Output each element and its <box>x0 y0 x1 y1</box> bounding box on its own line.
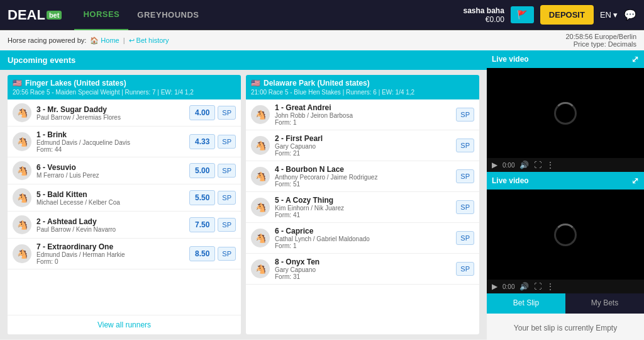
chat-icon[interactable]: 💬 <box>624 9 636 21</box>
runner-info: 5 - Bald Kitten Michael Lecesse / Kelber… <box>36 190 189 206</box>
fullscreen-button-2[interactable]: ⛶ <box>534 282 541 291</box>
live-video-title-2: Live video <box>492 176 529 185</box>
video-controls-1: ▶ 0:00 🔊 ⛶ ⋮ <box>487 158 644 172</box>
user-name: sasha baha <box>463 6 504 15</box>
sp-button[interactable]: SP <box>218 218 236 232</box>
sp-button[interactable]: SP <box>218 135 236 149</box>
events-container: 🇺🇸 Finger Lakes (United states) 20:56 Ra… <box>0 70 487 339</box>
runner-info: 2 - Ashtead Lady Paul Barrow / Kevin Nav… <box>36 217 189 233</box>
video-time-2: 0:00 <box>502 283 514 290</box>
odds-button[interactable]: 7.50 <box>189 217 215 232</box>
sp-button[interactable]: SP <box>456 108 474 122</box>
runner-jockey: Michael Lecesse / Kelber Coa <box>36 199 189 206</box>
volume-button-2[interactable]: 🔊 <box>519 282 529 291</box>
separator: | <box>123 37 125 44</box>
logo-bet: bet <box>47 11 62 20</box>
flag-button[interactable]: 🚩 <box>511 6 534 23</box>
odds-button[interactable]: 8.50 <box>189 246 215 261</box>
view-all-link[interactable]: View all runners <box>97 320 151 329</box>
bet-slip-section: Bet Slip My Bets Your bet slip is curren… <box>487 293 644 340</box>
horse-icon: 🐴 <box>13 188 31 207</box>
runner-row: 🐴 5 - Bald Kitten Michael Lecesse / Kelb… <box>8 184 241 212</box>
odds-button[interactable]: 4.33 <box>189 134 215 149</box>
sp-button[interactable]: SP <box>456 262 474 276</box>
odds-button[interactable]: 5.00 <box>189 163 215 178</box>
runner-row: 🐴 7 - Extraordinary One Edmund Davis / H… <box>8 239 241 269</box>
video-player-1 <box>487 68 644 158</box>
runner-row: 🐴 1 - Great Andrei John Robb / Jeiron Ba… <box>246 99 479 130</box>
runner-row: 🐴 2 - Ashtead Lady Paul Barrow / Kevin N… <box>8 212 241 239</box>
upcoming-events-title: Upcoming events <box>0 50 487 70</box>
runner-jockey: Edmund Davis / Jacqueline Davis <box>36 139 189 146</box>
runner-odds: 4.00 SP <box>189 105 236 120</box>
runner-odds: SP <box>456 231 474 245</box>
live-video-header-2: Live video ⤢ <box>487 172 644 190</box>
race-title-finger-lakes: 🇺🇸 Finger Lakes (United states) <box>13 79 236 88</box>
horse-icon: 🐴 <box>251 105 270 124</box>
runner-form: Form: 1 <box>275 242 456 249</box>
race-section-delaware: 🇺🇸 Delaware Park (United states) 21:00 R… <box>246 75 479 334</box>
sp-button[interactable]: SP <box>218 247 236 261</box>
sp-button[interactable]: SP <box>218 164 236 178</box>
more-button-1[interactable]: ⋮ <box>547 161 554 169</box>
more-button-2[interactable]: ⋮ <box>547 282 554 291</box>
odds-button[interactable]: 5.50 <box>189 190 215 205</box>
runner-odds: 4.33 SP <box>189 134 236 149</box>
odds-button[interactable]: 4.00 <box>189 105 215 120</box>
expand-icon-1[interactable]: ⤢ <box>631 54 639 64</box>
horse-icon: 🐴 <box>13 132 31 151</box>
runner-odds: 5.00 SP <box>189 163 236 178</box>
live-video-section-1: Live video ⤢ ▶ 0:00 🔊 ⛶ ⋮ <box>487 50 644 172</box>
play-button-1[interactable]: ▶ <box>492 161 497 169</box>
sp-button[interactable]: SP <box>456 139 474 152</box>
horse-icon: 🐴 <box>251 198 270 217</box>
sp-button[interactable]: SP <box>218 191 236 205</box>
live-video-header-1: Live video ⤢ <box>487 50 644 68</box>
race-header-finger-lakes: 🇺🇸 Finger Lakes (United states) 20:56 Ra… <box>8 75 241 99</box>
runner-form: Form: 21 <box>275 150 456 157</box>
fullscreen-button-1[interactable]: ⛶ <box>534 161 541 169</box>
bet-history-link[interactable]: ↩ Bet history <box>129 37 169 45</box>
sub-header: Horse racing powered by: 🏠 Home | ↩ Bet … <box>0 30 644 50</box>
lang-selector[interactable]: EN ▾ <box>600 10 618 20</box>
runner-info: 5 - A Cozy Thing Kim Einhorn / Nik Juare… <box>275 196 456 218</box>
sp-button[interactable]: SP <box>456 231 474 245</box>
runner-info: 4 - Bourbon N Lace Anthony Pecoraro / Ja… <box>275 165 456 188</box>
runner-row: 🐴 5 - A Cozy Thing Kim Einhorn / Nik Jua… <box>246 192 479 223</box>
lang-label: EN <box>600 10 611 20</box>
volume-button-1[interactable]: 🔊 <box>519 161 529 169</box>
runner-jockey: John Robb / Jeiron Barbosa <box>275 112 456 119</box>
nav-horses[interactable]: HORSES <box>74 0 128 30</box>
nav-greyhounds[interactable]: GREYHOUNDS <box>128 0 208 30</box>
price-type: Price type: Decimals <box>565 40 636 48</box>
home-link[interactable]: 🏠 Home <box>90 37 119 45</box>
bet-slip-empty-message: Your bet slip is currently Empty <box>514 324 617 332</box>
runner-jockey: Anthony Pecoraro / Jaime Rodriguez <box>275 174 456 181</box>
runner-jockey: Gary Capuano <box>275 266 456 273</box>
sp-button[interactable]: SP <box>456 169 474 183</box>
sp-button[interactable]: SP <box>456 200 474 214</box>
race-header-delaware: 🇺🇸 Delaware Park (United states) 21:00 R… <box>246 75 479 99</box>
sp-button[interactable]: SP <box>218 106 236 120</box>
runner-name: 1 - Great Andrei <box>275 103 456 112</box>
runner-row: 🐴 1 - Brink Edmund Davis / Jacqueline Da… <box>8 127 241 157</box>
left-panel: Upcoming events 🇺🇸 Finger Lakes (United … <box>0 50 487 340</box>
play-button-2[interactable]: ▶ <box>492 282 497 291</box>
video-player-2 <box>487 190 644 280</box>
expand-icon-2[interactable]: ⤢ <box>631 176 639 186</box>
runner-name: 3 - Mr. Sugar Daddy <box>36 105 189 114</box>
deposit-button[interactable]: DEPOSIT <box>540 5 594 25</box>
runner-info: 1 - Brink Edmund Davis / Jacqueline Davi… <box>36 130 189 153</box>
runner-name: 2 - Ashtead Lady <box>36 217 189 226</box>
runner-row: 🐴 6 - Vesuvio M Ferraro / Luis Perez 5.0… <box>8 157 241 184</box>
my-bets-tab[interactable]: My Bets <box>565 293 644 314</box>
view-all-container: View all runners <box>8 315 241 334</box>
user-info: sasha baha €0.00 <box>463 6 504 24</box>
runner-jockey: Cathal Lynch / Gabriel Maldonado <box>275 235 456 242</box>
race-section-finger-lakes: 🇺🇸 Finger Lakes (United states) 20:56 Ra… <box>8 75 241 334</box>
chevron-down-icon: ▾ <box>613 10 618 20</box>
runner-jockey: Edmund Davis / Herman Harkie <box>36 251 189 258</box>
bet-slip-tab[interactable]: Bet Slip <box>487 293 565 314</box>
sub-header-left: Horse racing powered by: 🏠 Home | ↩ Bet … <box>8 37 169 45</box>
runner-jockey: Kim Einhorn / Nik Juarez <box>275 205 456 212</box>
